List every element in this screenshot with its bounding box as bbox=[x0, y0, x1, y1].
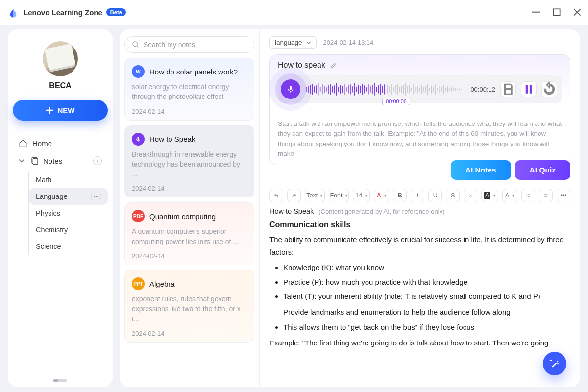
new-button-label: NEW bbox=[58, 106, 75, 115]
notes-icon bbox=[30, 156, 39, 165]
add-notebook-button[interactable]: + bbox=[93, 156, 102, 165]
beta-badge: Beta bbox=[106, 8, 126, 16]
editor-intro: The ability to communicate effectively i… bbox=[270, 233, 570, 258]
list-ordered-button[interactable] bbox=[521, 189, 535, 202]
sidebar: BECA NEW Home Notes + Math Language bbox=[8, 29, 113, 387]
svg-point-87 bbox=[526, 196, 527, 197]
ai-quiz-button[interactable]: AI Quiz bbox=[515, 160, 570, 180]
nav: Home Notes + Math Language ••• Physics C… bbox=[13, 134, 108, 376]
pause-button[interactable] bbox=[521, 81, 537, 97]
note-card-quantum[interactable]: PDF Quantum computing A quantum computer… bbox=[124, 202, 254, 265]
restart-button[interactable] bbox=[541, 81, 557, 97]
waveform[interactable]: 00:00:06 bbox=[305, 81, 466, 98]
note-date: 2024-02-14 bbox=[132, 108, 247, 115]
subject-more-button[interactable]: ••• bbox=[91, 193, 101, 200]
ai-assist-fab[interactable] bbox=[543, 352, 566, 375]
new-button[interactable]: NEW bbox=[13, 100, 108, 121]
home-icon bbox=[19, 139, 27, 147]
search-icon bbox=[132, 41, 140, 49]
avatar[interactable] bbox=[43, 41, 78, 76]
nav-notes[interactable]: Notes + bbox=[13, 152, 108, 170]
timestamp: 2024-02-14 13:14 bbox=[323, 39, 374, 46]
italic-button[interactable]: I bbox=[411, 189, 424, 202]
editor-toolbar: Text Font 14 A B I U S A A ••• bbox=[270, 189, 570, 202]
text-transform-button[interactable]: A bbox=[502, 189, 517, 202]
note-snippet: solar energy to electrical energy throug… bbox=[132, 82, 247, 102]
subject-science[interactable]: Science bbox=[29, 238, 108, 255]
subject-physics[interactable]: Physics bbox=[29, 205, 108, 221]
clear-format-button[interactable] bbox=[464, 189, 477, 202]
nav-notes-label: Notes bbox=[43, 157, 62, 165]
svg-rect-84 bbox=[530, 85, 532, 94]
note-snippet: A quantum computer's superior computing … bbox=[132, 226, 247, 246]
text-color-button[interactable]: A bbox=[374, 189, 389, 202]
mic-icon bbox=[132, 133, 145, 146]
editor-subline: Provide landmarks and enumeration to hel… bbox=[283, 306, 570, 318]
more-toolbar-button[interactable]: ••• bbox=[557, 189, 570, 202]
svg-rect-83 bbox=[526, 85, 528, 94]
plus-icon bbox=[46, 107, 53, 114]
ai-notes-button[interactable]: AI Notes bbox=[451, 160, 511, 180]
note-title: Algebra bbox=[149, 280, 175, 288]
editor-trailing: Example: "The first thing we're going to… bbox=[270, 337, 570, 349]
list-item: Knowledge (K): what you know bbox=[283, 261, 570, 274]
save-audio-button[interactable] bbox=[500, 81, 516, 97]
recording-title: How to speak bbox=[278, 61, 325, 70]
record-button[interactable] bbox=[281, 79, 300, 99]
recording-card: How to speak bbox=[270, 54, 570, 165]
svg-point-85 bbox=[526, 194, 527, 195]
redo-button[interactable] bbox=[287, 189, 301, 202]
list-item: This allows them to "get back on the bus… bbox=[283, 321, 570, 334]
subject-language[interactable]: Language ••• bbox=[29, 188, 108, 205]
list-item: Talent (T): your inherent ability (note:… bbox=[283, 290, 570, 303]
titlebar-left: Lenovo Learning Zone Beta bbox=[7, 6, 126, 19]
subject-math[interactable]: Math bbox=[29, 172, 108, 188]
close-button[interactable] bbox=[573, 8, 581, 16]
undo-button[interactable] bbox=[270, 189, 283, 202]
svg-rect-0 bbox=[532, 12, 540, 13]
bold-button[interactable]: B bbox=[393, 189, 407, 202]
audio-playhead[interactable] bbox=[386, 79, 386, 99]
note-date: 2024-02-14 bbox=[132, 330, 247, 337]
total-time: 00:00:12 bbox=[470, 86, 495, 93]
subject-list: Math Language ••• Physics Chemistry Scie… bbox=[28, 172, 108, 255]
note-date: 2024-02-14 bbox=[132, 185, 247, 192]
editor-body[interactable]: Communication skills The ability to comm… bbox=[270, 218, 570, 349]
live-transcript: Start a talk with an empowerment promise… bbox=[278, 114, 562, 159]
ai-disclaimer: (Content generated by AI, for reference … bbox=[318, 208, 444, 215]
sidebar-scrollbar[interactable] bbox=[53, 379, 67, 382]
font-size-select[interactable]: 14 bbox=[353, 189, 370, 202]
category-select[interactable]: language bbox=[270, 36, 317, 49]
app-logo-icon bbox=[7, 6, 20, 19]
text-style-select[interactable]: Text bbox=[305, 189, 325, 202]
list-unordered-button[interactable] bbox=[539, 189, 553, 202]
strikethrough-button[interactable]: S bbox=[446, 189, 460, 202]
font-select[interactable]: Font bbox=[329, 189, 349, 202]
underline-button[interactable]: U bbox=[428, 189, 442, 202]
maximize-button[interactable] bbox=[553, 8, 561, 16]
note-snippet: Breakthrough in renewable energy technol… bbox=[132, 149, 247, 179]
current-time-bubble: 00:00:06 bbox=[382, 98, 410, 105]
magic-wand-icon bbox=[550, 359, 560, 368]
content: Search my notes W How do solar panels wo… bbox=[120, 29, 580, 387]
edit-title-button[interactable] bbox=[330, 62, 337, 69]
titlebar: Lenovo Learning Zone Beta bbox=[0, 0, 588, 24]
list-item: Practice (P): how much you practice with… bbox=[283, 276, 570, 289]
username: BECA bbox=[13, 81, 108, 90]
minimize-button[interactable] bbox=[532, 8, 540, 16]
svg-point-86 bbox=[526, 196, 527, 196]
editor-heading: Communication skills bbox=[270, 218, 570, 231]
note-card-speak[interactable]: How to Speak Breakthrough in renewable e… bbox=[124, 125, 254, 198]
search-input[interactable]: Search my notes bbox=[124, 36, 254, 53]
note-title: How do solar panels work? bbox=[149, 68, 238, 76]
note-card-algebra[interactable]: PPT Algebra exponent rules, rules that g… bbox=[124, 270, 254, 343]
subject-chemistry[interactable]: Chemistry bbox=[29, 221, 108, 238]
window-controls bbox=[532, 8, 581, 16]
word-doc-icon: W bbox=[132, 65, 145, 78]
highlight-button[interactable]: A bbox=[481, 189, 498, 202]
note-snippet: exponent rules, rules that govern expres… bbox=[132, 294, 247, 324]
app-title: Lenovo Learning Zone bbox=[24, 8, 102, 17]
note-card-solar[interactable]: W How do solar panels work? solar energy… bbox=[124, 58, 254, 121]
note-title: How to Speak bbox=[149, 135, 195, 143]
nav-home[interactable]: Home bbox=[13, 134, 108, 152]
